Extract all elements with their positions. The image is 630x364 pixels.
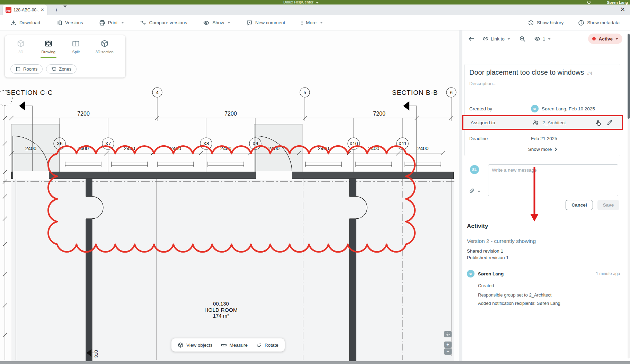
avatar: SL: [531, 105, 539, 112]
rooms-label: Rooms: [23, 66, 37, 72]
versions-icon: [56, 20, 62, 26]
magnifier-icon: [519, 36, 526, 42]
task-panel: Link to 1 Active: [462, 30, 630, 361]
browser-title-text: Dalux HelpCenter: [283, 0, 313, 4]
room-icon: [16, 66, 21, 72]
activity-line: Created: [478, 283, 620, 288]
status-badge[interactable]: Active: [588, 34, 622, 44]
new-comment-label: New comment: [255, 20, 285, 25]
description-field[interactable]: Description...: [469, 81, 497, 86]
created-by-value: Søren Lang, Feb 10 2025: [542, 106, 595, 111]
link-to-button[interactable]: Link to: [482, 36, 510, 42]
active-tab-underline: [41, 57, 56, 58]
sync-icon[interactable]: [587, 0, 591, 4]
new-comment-button[interactable]: New comment: [246, 20, 285, 26]
link-to-label: Link to: [491, 36, 505, 42]
tab-3d-section[interactable]: 3D section: [96, 39, 114, 54]
user-menu[interactable]: Søren Lang: [607, 0, 628, 4]
drawing-icon: [44, 39, 53, 48]
deadline-row[interactable]: Deadline Feb 21 2025: [465, 132, 620, 145]
activity-line: Added notification recipients: Søren Lan…: [478, 301, 620, 306]
tab-split[interactable]: Split: [72, 39, 80, 54]
download-icon: [10, 20, 17, 26]
split-icon: [72, 39, 80, 48]
watchers-count: 1: [543, 36, 545, 42]
activity-heading: Activity: [467, 223, 620, 230]
edit-pencil-icon[interactable]: [606, 119, 613, 126]
message-input[interactable]: [488, 164, 618, 196]
exterior-wall: [11, 172, 454, 179]
bottom-strip: [0, 361, 630, 364]
rotate-button[interactable]: Rotate: [256, 342, 278, 348]
save-button[interactable]: Save: [597, 200, 619, 210]
compare-versions-button[interactable]: Compare versions: [140, 20, 187, 26]
print-label: Print: [108, 20, 118, 25]
document-tab[interactable]: PDF 128-ABC-00-... ✕: [3, 4, 47, 15]
more-button[interactable]: More: [301, 20, 323, 26]
activity-entry-header: SL Søren Lang 1 minute ago: [467, 270, 620, 277]
drawing-canvas[interactable]: SECTION C-C SECTION B-B 4 5 6 7200: [0, 30, 459, 361]
created-by-row: Created by SL Søren Lang, Feb 10 2025: [465, 102, 620, 115]
grid-row-label: X6: [56, 141, 62, 146]
scrollbar-thumb[interactable]: [628, 34, 630, 119]
window-dim: 2400: [417, 146, 428, 151]
pan-icon: [446, 332, 450, 336]
tab-drawing[interactable]: Drawing: [41, 39, 56, 58]
document-toolbar: Download Versions Print Compare versions…: [0, 15, 630, 30]
print-icon: [99, 20, 105, 26]
activity-section: Activity Version 2 - currently showing S…: [467, 223, 620, 306]
task-title[interactable]: Door placement too close to windows: [469, 69, 584, 76]
pan-button[interactable]: [444, 331, 452, 337]
cancel-button[interactable]: Cancel: [566, 200, 593, 210]
toolbar-right: Show history Show metadata: [528, 20, 620, 26]
cube-icon: [17, 39, 25, 48]
view-objects-label: View objects: [186, 343, 213, 348]
show-metadata-button[interactable]: Show metadata: [578, 20, 620, 26]
rooms-toggle[interactable]: Rooms: [10, 64, 43, 74]
canvas-toolbar: View objects Measure Rotate: [171, 338, 285, 352]
tab-3d[interactable]: 3D: [17, 39, 25, 54]
zoom-in-button[interactable]: +: [444, 342, 452, 348]
room-name: HOLD ROOM: [204, 307, 238, 313]
tab-drawing-label: Drawing: [42, 50, 55, 54]
chevron-down-icon: [548, 38, 551, 40]
versions-button[interactable]: Versions: [56, 20, 83, 26]
zones-label: Zones: [59, 66, 71, 72]
door-opening: [13, 171, 49, 180]
zoom-out-button[interactable]: −: [444, 348, 452, 355]
task-id: #4: [587, 71, 592, 76]
viewer-close-button[interactable]: ✕: [620, 6, 625, 13]
zones-toggle[interactable]: Zones: [46, 64, 77, 74]
panel-scrollbar[interactable]: [628, 33, 630, 358]
tab-list-button[interactable]: [63, 8, 67, 14]
show-history-button[interactable]: Show history: [528, 20, 564, 26]
tab-strip: PDF 128-ABC-00-... ✕ + ✕: [0, 4, 630, 15]
show-button[interactable]: Show: [203, 20, 230, 26]
section-arrow-icon: [403, 101, 409, 111]
assigned-to-row[interactable]: Assigned to 2_Architect: [462, 115, 623, 130]
zone-icon: [51, 66, 56, 72]
new-tab-button[interactable]: +: [53, 6, 60, 14]
show-more-button[interactable]: Show more: [465, 147, 620, 152]
browser-title: Dalux HelpCenter: [283, 0, 319, 4]
measure-button[interactable]: Measure: [221, 342, 248, 348]
measure-label: Measure: [230, 343, 248, 348]
download-button[interactable]: Download: [10, 20, 40, 26]
span-dim: 7200: [373, 111, 385, 117]
rotate-label: Rotate: [265, 343, 278, 348]
view-tabs: 3D Drawing Split 3D section: [5, 35, 125, 61]
cube-section-icon: [100, 39, 109, 48]
zoom-to-pin-button[interactable]: [519, 36, 526, 42]
attach-file-button[interactable]: [469, 188, 480, 195]
watchers-button[interactable]: 1: [534, 36, 551, 42]
back-icon[interactable]: [468, 35, 475, 42]
tab-close-icon[interactable]: ✕: [41, 7, 44, 12]
chevron-down-icon: [228, 22, 230, 24]
door-opening: [256, 171, 292, 180]
avatar: SL: [470, 165, 479, 174]
view-objects-button[interactable]: View objects: [178, 342, 213, 348]
side-dim-label: 310: [94, 350, 99, 358]
rotate-icon: [256, 342, 262, 348]
show-metadata-label: Show metadata: [587, 20, 620, 25]
print-button[interactable]: Print: [99, 20, 124, 26]
